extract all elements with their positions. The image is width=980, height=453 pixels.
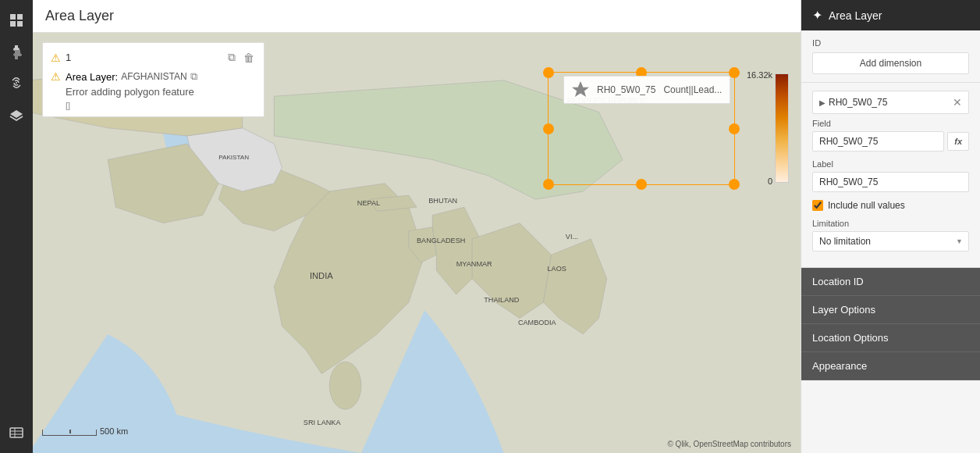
item-copy-button[interactable]: ⧉ — [190, 70, 197, 83]
svg-text:VI...: VI... — [566, 233, 578, 241]
error-panel-title: ⚠ 1 — [51, 52, 71, 64]
warning-icon: ⚠ — [51, 52, 61, 64]
panel-puzzle-icon: ✦ — [812, 8, 822, 23]
layer-label: Area Layer: — [66, 71, 118, 83]
error-panel-actions: ⧉ 🗑 — [226, 49, 256, 66]
svg-text:NEPAL: NEPAL — [357, 199, 380, 207]
location-options-label: Location Options — [812, 332, 889, 344]
scale-bar — [42, 430, 97, 436]
limitation-group: Limitation No limitation Fixed number Ex… — [812, 219, 969, 251]
bubble-label1: RH0_5W0_75 — [597, 84, 655, 95]
svg-rect-2 — [10, 21, 16, 27]
label-label: Label — [812, 159, 969, 169]
right-panel-header: ✦ Area Layer — [801, 0, 980, 30]
svg-text:BANGLADESH: BANGLADESH — [417, 237, 465, 244]
svg-text:MYANMAR: MYANMAR — [456, 260, 492, 268]
add-dimension-button[interactable]: Add dimension — [812, 52, 969, 74]
right-panel: ✦ Area Layer ID Add dimension ▶ RH0_5W0_… — [801, 0, 980, 453]
error-panel-header: ⚠ 1 ⧉ 🗑 — [51, 49, 256, 66]
field-input[interactable] — [812, 131, 944, 152]
location-options-section[interactable]: Location Options — [801, 324, 980, 352]
field-input-row: fx — [812, 131, 969, 152]
panel-title: Area Layer — [829, 9, 882, 22]
svg-rect-3 — [17, 21, 23, 27]
include-null-row: Include null values — [812, 200, 969, 211]
location-id-label: Location ID — [812, 276, 864, 287]
include-null-label: Include null values — [828, 200, 905, 211]
svg-point-10 — [329, 362, 361, 409]
label-group: Label — [812, 159, 969, 192]
layers-icon[interactable] — [2, 100, 30, 128]
gradient-bar — [775, 73, 789, 183]
svg-text:CAMBODIA: CAMBODIA — [518, 319, 557, 326]
error-item-content: Area Layer: AFGHANISTAN ⧉ Error adding p… — [66, 70, 197, 110]
error-panel: ⚠ 1 ⧉ 🗑 ⚠ Area Layer: AFGHANISTAN ⧉ Erro… — [42, 42, 265, 117]
dimension-section: ▶ RH0_5W0_75 ✕ Field fx Label Include nu… — [801, 83, 980, 268]
layer-name: AFGHANISTAN — [121, 71, 186, 82]
error-msg: Error adding polygon feature — [66, 86, 194, 98]
svg-text:SRI LANKA: SRI LANKA — [304, 419, 342, 426]
dimension-item: ▶ RH0_5W0_75 ✕ — [812, 91, 969, 114]
svg-text:INDIA: INDIA — [310, 271, 333, 280]
id-label: ID — [812, 38, 969, 48]
dimension-name: RH0_5W0_75 — [829, 97, 887, 108]
location-id-section[interactable]: Location ID — [801, 268, 980, 296]
field-group: Field fx — [812, 119, 969, 152]
limitation-select-wrapper: No limitation Fixed number Exact value R… — [812, 231, 969, 251]
dimension-item-left: ▶ RH0_5W0_75 — [819, 97, 887, 108]
svg-rect-1 — [17, 14, 23, 20]
grid-icon[interactable] — [2, 6, 30, 34]
delete-button[interactable]: 🗑 — [242, 49, 256, 66]
map-scale: 500 km — [42, 426, 128, 436]
link-icon[interactable] — [2, 69, 30, 97]
svg-text:PAKISTAN: PAKISTAN — [218, 154, 249, 161]
svg-text:LAOS: LAOS — [547, 265, 566, 273]
svg-rect-0 — [10, 14, 16, 20]
dimension-delete-button[interactable]: ✕ — [953, 96, 962, 109]
id-section: ID Add dimension — [801, 30, 980, 83]
fx-button[interactable]: fx — [947, 132, 969, 151]
map-attribution: © Qlik, OpenStreetMap contributors — [667, 440, 791, 448]
error-label-row: Area Layer: AFGHANISTAN ⧉ — [66, 70, 197, 83]
gradient-bottom-label: 0 — [768, 177, 772, 186]
label-input[interactable] — [812, 172, 969, 192]
copy-button[interactable]: ⧉ — [226, 49, 237, 66]
puzzle-icon[interactable] — [2, 37, 30, 66]
error-detail: [] — [66, 101, 70, 110]
page-title: Area Layer — [33, 0, 801, 33]
include-null-checkbox[interactable] — [812, 200, 823, 211]
left-sidebar — [0, 0, 33, 453]
appearance-label: Appearance — [812, 360, 867, 372]
error-number: 1 — [66, 52, 71, 63]
bubble-label2: Count||Lead... — [663, 84, 722, 95]
svg-text:BHUTAN: BHUTAN — [428, 197, 457, 205]
svg-text:THAILAND: THAILAND — [484, 296, 520, 304]
error-item: ⚠ Area Layer: AFGHANISTAN ⧉ Error adding… — [51, 70, 256, 110]
map-container[interactable]: INDIA NEPAL BHUTAN BANGLADESH MYANMAR TH… — [33, 33, 801, 453]
layer-options-section[interactable]: Layer Options — [801, 296, 980, 324]
limitation-select[interactable]: No limitation Fixed number Exact value R… — [812, 231, 969, 251]
star-icon — [572, 81, 589, 98]
gradient-top-label: 16.32k — [747, 70, 772, 80]
error-warning-icon: ⚠ — [51, 70, 61, 83]
field-label: Field — [812, 119, 969, 128]
svg-rect-4 — [10, 428, 23, 437]
appearance-section[interactable]: Appearance — [801, 352, 980, 380]
scale-label: 500 km — [100, 426, 128, 436]
main-area: Area Layer — [33, 0, 801, 453]
map-bubble: RH0_5W0_75 Count||Lead... — [563, 76, 730, 104]
chevron-icon[interactable]: ▶ — [819, 98, 826, 107]
table-icon[interactable] — [2, 419, 30, 447]
limitation-label: Limitation — [812, 219, 969, 228]
layer-options-label: Layer Options — [812, 304, 875, 316]
